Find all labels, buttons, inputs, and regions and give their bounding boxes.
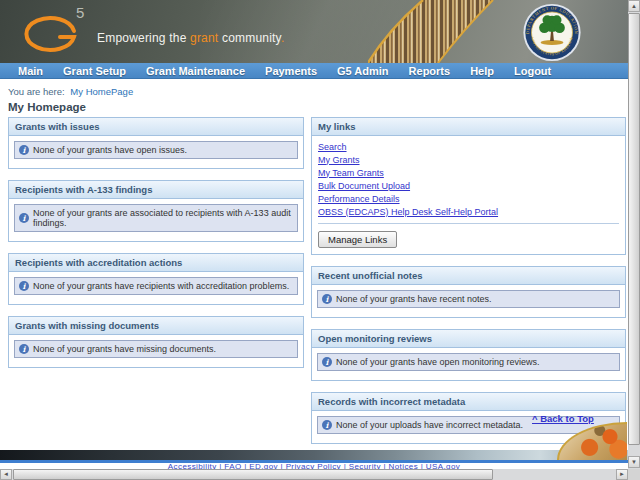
nav-item-logout[interactable]: Logout	[514, 65, 551, 77]
page-title: My Homepage	[8, 101, 86, 113]
panel-header: My links	[312, 118, 625, 136]
vertical-scrollbar-thumb[interactable]	[628, 13, 640, 445]
breadcrumb-prefix: You are here:	[8, 86, 65, 97]
tagline-period: .	[281, 31, 285, 45]
panel-header: Recent unofficial notes	[312, 267, 625, 285]
info-text: None of your grants have open monitoring…	[336, 357, 540, 367]
nav-item-grant-maintenance[interactable]: Grant Maintenance	[146, 65, 245, 77]
link-performance-details[interactable]: Performance Details	[318, 192, 619, 205]
horizontal-scrollbar[interactable]: ◄ ►	[0, 469, 628, 480]
logo-superscript-5: 5	[76, 4, 84, 21]
nav-item-main[interactable]: Main	[18, 65, 43, 77]
nav-item-reports[interactable]: Reports	[409, 65, 451, 77]
content-columns: Grants with issues i None of your grants…	[8, 117, 626, 455]
panel-header: Grants with missing documents	[9, 317, 303, 335]
nav-item-g5-admin[interactable]: G5 Admin	[337, 65, 389, 77]
panel-body: i None of your grants have missing docum…	[9, 335, 303, 367]
vertical-scrollbar[interactable]: ▲ ▼	[628, 0, 640, 469]
manage-links-row: Manage Links	[312, 224, 625, 254]
department-of-education-seal: DEPARTMENT OF EDUCATION UNITED STATES OF…	[521, 2, 583, 63]
g5-logo: 5	[24, 2, 96, 58]
breadcrumb-my-homepage-link[interactable]: My HomePage	[70, 86, 133, 97]
right-column: My links Search My Grants My Team Grants…	[311, 117, 626, 455]
panel-open-monitoring-reviews: Open monitoring reviews i None of your g…	[311, 329, 626, 381]
my-links-list: Search My Grants My Team Grants Bulk Doc…	[312, 136, 625, 224]
header-banner: 5 Empowering the grant community.	[0, 0, 628, 63]
nav-item-payments[interactable]: Payments	[265, 65, 317, 77]
info-text: None of your uploads have incorrect meta…	[336, 420, 523, 430]
seal-tree-canopy	[539, 15, 565, 33]
info-message: i None of your grants have recent notes.	[317, 290, 620, 308]
bookshelf-wedge	[368, 0, 493, 63]
info-message: i None of your grants have missing docum…	[14, 340, 298, 358]
panel-header: Open monitoring reviews	[312, 330, 625, 348]
info-text: None of your grants have missing documen…	[33, 344, 216, 354]
scroll-right-arrow-icon[interactable]: ►	[616, 469, 628, 480]
link-bulk-document-upload[interactable]: Bulk Document Upload	[318, 179, 619, 192]
main-nav: Main Grant Setup Grant Maintenance Payme…	[0, 63, 628, 79]
link-obss-help-desk-portal[interactable]: OBSS (EDCAPS) Help Desk Self-Help Portal	[318, 205, 619, 218]
panel-header: Grants with issues	[9, 118, 303, 136]
panel-body: i None of your grants have open issues.	[9, 136, 303, 168]
panel-body: i None of your grants are associated to …	[9, 199, 303, 241]
nav-item-grant-setup[interactable]: Grant Setup	[63, 65, 126, 77]
scroll-down-arrow-icon[interactable]: ▼	[628, 456, 640, 468]
info-message: i None of your grants have recipients wi…	[14, 277, 298, 295]
info-icon: i	[322, 294, 332, 304]
panel-my-links: My links Search My Grants My Team Grants…	[311, 117, 626, 255]
horizontal-scrollbar-thumb[interactable]	[13, 469, 493, 480]
panel-body: i None of your grants have recipients wi…	[9, 272, 303, 304]
footer-metal-band	[0, 450, 628, 460]
info-icon: i	[322, 357, 332, 367]
panel-recipients-accreditation-actions: Recipients with accreditation actions i …	[8, 253, 304, 305]
scrollbar-corner	[628, 469, 640, 480]
manage-links-button[interactable]: Manage Links	[318, 231, 397, 248]
link-my-team-grants[interactable]: My Team Grants	[318, 166, 619, 179]
scroll-up-arrow-icon[interactable]: ▲	[628, 0, 640, 12]
link-my-grants[interactable]: My Grants	[318, 153, 619, 166]
panel-body: i None of your grants have recent notes.	[312, 285, 625, 317]
tagline-grant: grant	[190, 31, 218, 45]
panel-header: Recipients with accreditation actions	[9, 254, 303, 272]
back-to-top-link[interactable]: ^ Back to Top	[532, 413, 594, 424]
info-icon: i	[19, 145, 29, 155]
info-message: i None of your grants are associated to …	[14, 204, 298, 232]
info-message: i None of your grants have open issues.	[14, 141, 298, 159]
info-icon: i	[322, 420, 332, 430]
link-search[interactable]: Search	[318, 140, 619, 153]
panel-header: Records with incorrect metadata	[312, 393, 625, 411]
tagline-post: community	[218, 31, 280, 45]
panel-grants-with-issues: Grants with issues i None of your grants…	[8, 117, 304, 169]
scroll-left-arrow-icon[interactable]: ◄	[0, 469, 12, 480]
tagline-pre: Empowering the	[97, 31, 190, 45]
info-icon: i	[19, 281, 29, 291]
info-text: None of your grants are associated to re…	[33, 208, 293, 228]
info-icon: i	[19, 213, 29, 223]
info-icon: i	[19, 344, 29, 354]
info-text: None of your grants have recent notes.	[336, 294, 492, 304]
panel-recent-unofficial-notes: Recent unofficial notes i None of your g…	[311, 266, 626, 318]
panel-recipients-a133-findings: Recipients with A-133 findings i None of…	[8, 180, 304, 242]
page-viewport: 5 Empowering the grant community.	[0, 0, 640, 480]
info-text: None of your grants have recipients with…	[33, 281, 289, 291]
info-text: None of your grants have open issues.	[33, 145, 187, 155]
panel-header: Recipients with A-133 findings	[9, 181, 303, 199]
breadcrumb: You are here: My HomePage	[8, 86, 133, 97]
bookshelf-photo	[368, 0, 518, 63]
panel-body: i None of your grants have open monitori…	[312, 348, 625, 380]
left-column: Grants with issues i None of your grants…	[8, 117, 304, 379]
panel-grants-missing-documents: Grants with missing documents i None of …	[8, 316, 304, 368]
info-message: i None of your grants have open monitori…	[317, 353, 620, 371]
tagline: Empowering the grant community.	[97, 31, 284, 45]
nav-item-help[interactable]: Help	[470, 65, 494, 77]
g-letter-shape	[26, 18, 74, 50]
